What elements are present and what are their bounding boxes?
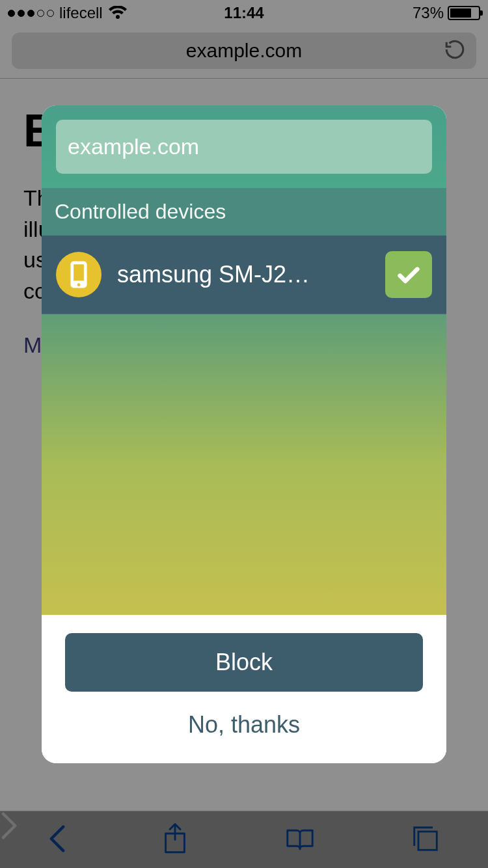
modal-header: example.com [42,105,446,188]
no-thanks-button[interactable]: No, thanks [183,706,305,744]
svg-rect-3 [74,264,84,280]
android-device-icon [56,252,102,297]
device-row[interactable]: samsung SM-J2… [42,236,446,314]
domain-input[interactable]: example.com [56,120,432,174]
svg-point-4 [77,283,81,286]
device-selected-checkbox[interactable] [385,251,432,298]
modal-footer: Block No, thanks [42,615,446,763]
modal-body-spacer [42,314,446,615]
section-title: Controlled devices [42,188,446,236]
block-modal: example.com Controlled devices samsung S… [42,105,446,763]
block-button[interactable]: Block [65,633,423,692]
device-name: samsung SM-J2… [117,261,370,288]
